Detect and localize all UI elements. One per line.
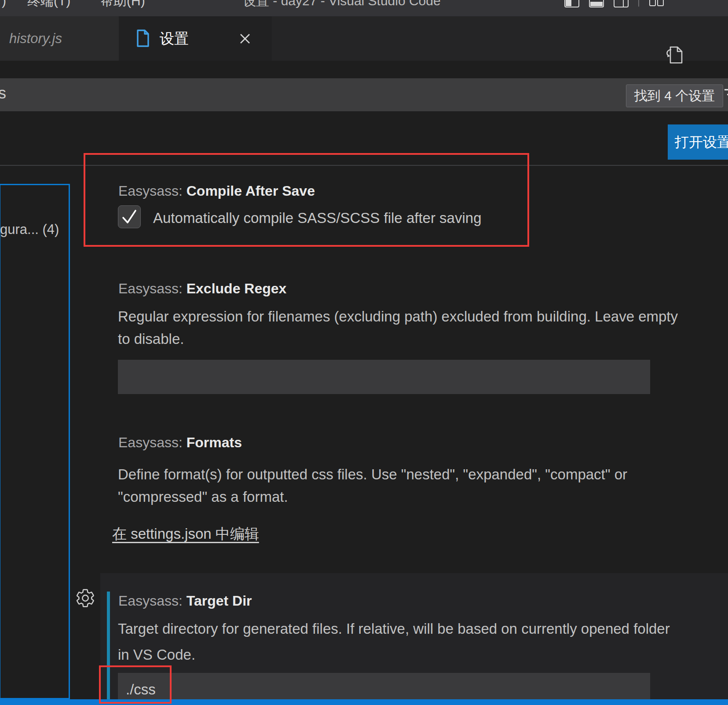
- filter-icon[interactable]: [724, 86, 728, 106]
- target-dir-description-line2: in VS Code.: [118, 647, 195, 663]
- menu-item-terminal[interactable]: 终端(T): [27, 0, 70, 8]
- customize-layout-icon[interactable]: [649, 0, 665, 7]
- annotation-box-target-dir-value: [99, 665, 172, 704]
- titlebar-separator: [638, 0, 639, 7]
- window-title: 设置 - day27 - Visual Studio Code: [243, 0, 441, 8]
- edit-in-settings-json-link[interactable]: 在 settings.json 中编辑: [112, 524, 259, 544]
- setting-name: Exclude Regex: [187, 281, 287, 296]
- exclude-regex-input[interactable]: [118, 360, 650, 394]
- vscode-window: ) 终端(T) 帮助(H) 设置 - day27 - Visual Studio…: [0, 0, 728, 705]
- menu-item-help[interactable]: 帮助(H): [100, 0, 145, 8]
- toggle-panel-icon[interactable]: [589, 0, 604, 7]
- formats-description-line2: "compressed" as a format.: [118, 489, 288, 505]
- target-dir-description-line1: Target directory for generated files. If…: [118, 621, 670, 637]
- layout-controls: [564, 0, 665, 7]
- tab-history-js[interactable]: history.js: [0, 16, 119, 61]
- setting-title-formats: Easysass: Formats: [118, 435, 242, 451]
- open-settings-json-icon[interactable]: [664, 43, 684, 66]
- toc-focus-outline: [0, 184, 70, 699]
- open-settings-button[interactable]: 打开设置: [668, 124, 728, 160]
- settings-search-bar[interactable]: s 找到 4 个设置: [0, 78, 728, 111]
- results-count-badge: 找到 4 个设置: [626, 84, 723, 107]
- gear-icon[interactable]: [75, 588, 95, 610]
- menu-item-partial: ): [2, 0, 6, 8]
- tab-settings[interactable]: 设置: [119, 16, 272, 61]
- setting-prefix: Easysass:: [118, 593, 187, 609]
- tab-bar: history.js 设置: [0, 16, 728, 61]
- setting-prefix: Easysass:: [118, 435, 187, 450]
- tab-history-label: history.js: [9, 16, 62, 61]
- setting-title-exclude-regex: Easysass: Exclude Regex: [118, 281, 286, 297]
- title-bar: ) 终端(T) 帮助(H) 设置 - day27 - Visual Studio…: [0, 0, 728, 16]
- setting-title-target-dir: Easysass: Target Dir: [118, 593, 252, 609]
- setting-prefix: Easysass:: [118, 281, 187, 296]
- tab-settings-label: 设置: [160, 16, 189, 61]
- exclude-regex-description-line2: to disable.: [118, 331, 184, 347]
- close-tab-icon[interactable]: [238, 31, 252, 46]
- exclude-regex-description-line1: Regular expression for filenames (exclud…: [118, 308, 678, 325]
- annotation-box-compile-after-save: [84, 153, 529, 247]
- search-query-text: s: [0, 84, 6, 102]
- setting-name: Formats: [187, 435, 242, 450]
- toggle-sidebar-icon[interactable]: [564, 0, 579, 7]
- formats-description-line1: Define format(s) for outputted css files…: [118, 466, 627, 483]
- toc-item-configuration[interactable]: gura... (4): [0, 222, 69, 237]
- settings-file-icon: [136, 29, 150, 49]
- toggle-secondary-sidebar-icon[interactable]: [614, 0, 629, 7]
- setting-name: Target Dir: [187, 593, 252, 609]
